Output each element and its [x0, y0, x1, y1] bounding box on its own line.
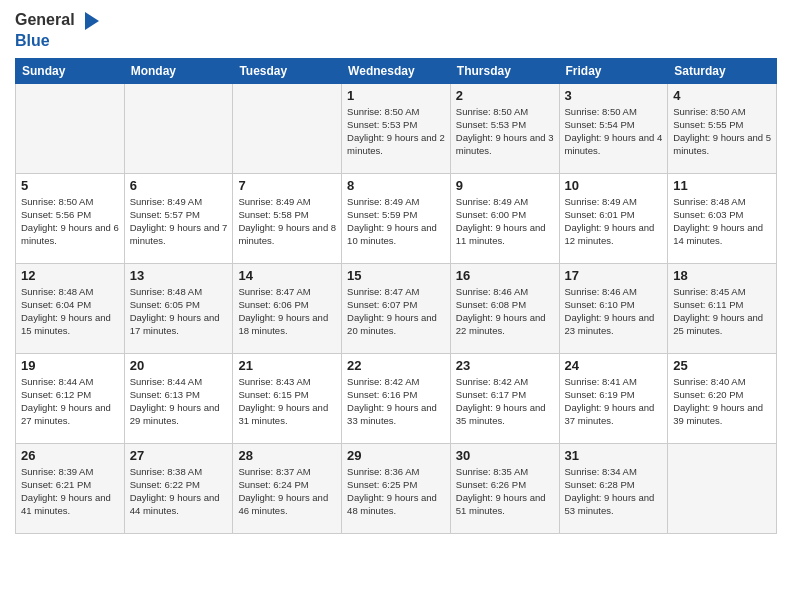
- calendar-cell-2-1: 13Sunrise: 8:48 AMSunset: 6:05 PMDayligh…: [124, 263, 233, 353]
- calendar-cell-0-6: 4Sunrise: 8:50 AMSunset: 5:55 PMDaylight…: [668, 83, 777, 173]
- header-saturday: Saturday: [668, 58, 777, 83]
- day-number-26: 26: [21, 448, 119, 463]
- day-number-28: 28: [238, 448, 336, 463]
- day-number-12: 12: [21, 268, 119, 283]
- calendar-cell-4-4: 30Sunrise: 8:35 AMSunset: 6:26 PMDayligh…: [450, 443, 559, 533]
- day-number-1: 1: [347, 88, 445, 103]
- day-info-22: Sunrise: 8:42 AMSunset: 6:16 PMDaylight:…: [347, 375, 445, 428]
- day-number-25: 25: [673, 358, 771, 373]
- day-number-13: 13: [130, 268, 228, 283]
- calendar-cell-1-3: 8Sunrise: 8:49 AMSunset: 5:59 PMDaylight…: [342, 173, 451, 263]
- day-info-15: Sunrise: 8:47 AMSunset: 6:07 PMDaylight:…: [347, 285, 445, 338]
- calendar: SundayMondayTuesdayWednesdayThursdayFrid…: [15, 58, 777, 534]
- calendar-cell-1-0: 5Sunrise: 8:50 AMSunset: 5:56 PMDaylight…: [16, 173, 125, 263]
- day-info-27: Sunrise: 8:38 AMSunset: 6:22 PMDaylight:…: [130, 465, 228, 518]
- day-number-2: 2: [456, 88, 554, 103]
- day-info-17: Sunrise: 8:46 AMSunset: 6:10 PMDaylight:…: [565, 285, 663, 338]
- calendar-cell-2-6: 18Sunrise: 8:45 AMSunset: 6:11 PMDayligh…: [668, 263, 777, 353]
- day-number-10: 10: [565, 178, 663, 193]
- week-row-1: 1Sunrise: 8:50 AMSunset: 5:53 PMDaylight…: [16, 83, 777, 173]
- day-info-8: Sunrise: 8:49 AMSunset: 5:59 PMDaylight:…: [347, 195, 445, 248]
- day-number-21: 21: [238, 358, 336, 373]
- day-info-9: Sunrise: 8:49 AMSunset: 6:00 PMDaylight:…: [456, 195, 554, 248]
- day-number-3: 3: [565, 88, 663, 103]
- week-row-3: 12Sunrise: 8:48 AMSunset: 6:04 PMDayligh…: [16, 263, 777, 353]
- day-number-9: 9: [456, 178, 554, 193]
- calendar-cell-2-5: 17Sunrise: 8:46 AMSunset: 6:10 PMDayligh…: [559, 263, 668, 353]
- day-info-5: Sunrise: 8:50 AMSunset: 5:56 PMDaylight:…: [21, 195, 119, 248]
- day-info-10: Sunrise: 8:49 AMSunset: 6:01 PMDaylight:…: [565, 195, 663, 248]
- day-info-3: Sunrise: 8:50 AMSunset: 5:54 PMDaylight:…: [565, 105, 663, 158]
- svg-marker-0: [85, 12, 99, 30]
- day-info-18: Sunrise: 8:45 AMSunset: 6:11 PMDaylight:…: [673, 285, 771, 338]
- calendar-cell-3-2: 21Sunrise: 8:43 AMSunset: 6:15 PMDayligh…: [233, 353, 342, 443]
- calendar-cell-3-5: 24Sunrise: 8:41 AMSunset: 6:19 PMDayligh…: [559, 353, 668, 443]
- day-number-8: 8: [347, 178, 445, 193]
- calendar-cell-4-3: 29Sunrise: 8:36 AMSunset: 6:25 PMDayligh…: [342, 443, 451, 533]
- header-thursday: Thursday: [450, 58, 559, 83]
- day-number-29: 29: [347, 448, 445, 463]
- day-number-31: 31: [565, 448, 663, 463]
- calendar-cell-4-6: [668, 443, 777, 533]
- calendar-cell-0-5: 3Sunrise: 8:50 AMSunset: 5:54 PMDaylight…: [559, 83, 668, 173]
- day-number-20: 20: [130, 358, 228, 373]
- day-info-21: Sunrise: 8:43 AMSunset: 6:15 PMDaylight:…: [238, 375, 336, 428]
- page-header: General Blue: [15, 10, 777, 50]
- day-info-1: Sunrise: 8:50 AMSunset: 5:53 PMDaylight:…: [347, 105, 445, 158]
- calendar-cell-0-4: 2Sunrise: 8:50 AMSunset: 5:53 PMDaylight…: [450, 83, 559, 173]
- day-number-19: 19: [21, 358, 119, 373]
- day-info-24: Sunrise: 8:41 AMSunset: 6:19 PMDaylight:…: [565, 375, 663, 428]
- logo-text: General Blue: [15, 10, 105, 50]
- calendar-cell-2-0: 12Sunrise: 8:48 AMSunset: 6:04 PMDayligh…: [16, 263, 125, 353]
- day-number-23: 23: [456, 358, 554, 373]
- calendar-cell-0-1: [124, 83, 233, 173]
- day-info-29: Sunrise: 8:36 AMSunset: 6:25 PMDaylight:…: [347, 465, 445, 518]
- calendar-cell-4-5: 31Sunrise: 8:34 AMSunset: 6:28 PMDayligh…: [559, 443, 668, 533]
- logo: General Blue: [15, 10, 105, 50]
- day-number-16: 16: [456, 268, 554, 283]
- calendar-cell-1-1: 6Sunrise: 8:49 AMSunset: 5:57 PMDaylight…: [124, 173, 233, 263]
- calendar-cell-0-0: [16, 83, 125, 173]
- calendar-cell-3-4: 23Sunrise: 8:42 AMSunset: 6:17 PMDayligh…: [450, 353, 559, 443]
- day-info-7: Sunrise: 8:49 AMSunset: 5:58 PMDaylight:…: [238, 195, 336, 248]
- logo-blue: Blue: [15, 32, 50, 49]
- day-number-6: 6: [130, 178, 228, 193]
- day-number-5: 5: [21, 178, 119, 193]
- day-number-17: 17: [565, 268, 663, 283]
- day-info-30: Sunrise: 8:35 AMSunset: 6:26 PMDaylight:…: [456, 465, 554, 518]
- day-info-25: Sunrise: 8:40 AMSunset: 6:20 PMDaylight:…: [673, 375, 771, 428]
- calendar-cell-0-2: [233, 83, 342, 173]
- calendar-cell-4-1: 27Sunrise: 8:38 AMSunset: 6:22 PMDayligh…: [124, 443, 233, 533]
- day-number-4: 4: [673, 88, 771, 103]
- day-number-30: 30: [456, 448, 554, 463]
- day-info-28: Sunrise: 8:37 AMSunset: 6:24 PMDaylight:…: [238, 465, 336, 518]
- day-info-16: Sunrise: 8:46 AMSunset: 6:08 PMDaylight:…: [456, 285, 554, 338]
- logo-triangle-icon: [81, 10, 103, 32]
- calendar-cell-1-6: 11Sunrise: 8:48 AMSunset: 6:03 PMDayligh…: [668, 173, 777, 263]
- calendar-cell-1-5: 10Sunrise: 8:49 AMSunset: 6:01 PMDayligh…: [559, 173, 668, 263]
- calendar-cell-3-1: 20Sunrise: 8:44 AMSunset: 6:13 PMDayligh…: [124, 353, 233, 443]
- day-info-23: Sunrise: 8:42 AMSunset: 6:17 PMDaylight:…: [456, 375, 554, 428]
- calendar-cell-2-4: 16Sunrise: 8:46 AMSunset: 6:08 PMDayligh…: [450, 263, 559, 353]
- calendar-cell-4-2: 28Sunrise: 8:37 AMSunset: 6:24 PMDayligh…: [233, 443, 342, 533]
- day-number-7: 7: [238, 178, 336, 193]
- day-number-14: 14: [238, 268, 336, 283]
- day-info-31: Sunrise: 8:34 AMSunset: 6:28 PMDaylight:…: [565, 465, 663, 518]
- calendar-cell-1-4: 9Sunrise: 8:49 AMSunset: 6:00 PMDaylight…: [450, 173, 559, 263]
- calendar-cell-3-3: 22Sunrise: 8:42 AMSunset: 6:16 PMDayligh…: [342, 353, 451, 443]
- day-info-13: Sunrise: 8:48 AMSunset: 6:05 PMDaylight:…: [130, 285, 228, 338]
- day-number-15: 15: [347, 268, 445, 283]
- calendar-cell-0-3: 1Sunrise: 8:50 AMSunset: 5:53 PMDaylight…: [342, 83, 451, 173]
- day-info-14: Sunrise: 8:47 AMSunset: 6:06 PMDaylight:…: [238, 285, 336, 338]
- week-row-5: 26Sunrise: 8:39 AMSunset: 6:21 PMDayligh…: [16, 443, 777, 533]
- day-info-20: Sunrise: 8:44 AMSunset: 6:13 PMDaylight:…: [130, 375, 228, 428]
- week-row-4: 19Sunrise: 8:44 AMSunset: 6:12 PMDayligh…: [16, 353, 777, 443]
- day-number-27: 27: [130, 448, 228, 463]
- header-friday: Friday: [559, 58, 668, 83]
- header-wednesday: Wednesday: [342, 58, 451, 83]
- logo-general: General: [15, 11, 75, 28]
- day-info-19: Sunrise: 8:44 AMSunset: 6:12 PMDaylight:…: [21, 375, 119, 428]
- day-info-6: Sunrise: 8:49 AMSunset: 5:57 PMDaylight:…: [130, 195, 228, 248]
- day-info-11: Sunrise: 8:48 AMSunset: 6:03 PMDaylight:…: [673, 195, 771, 248]
- weekday-header-row: SundayMondayTuesdayWednesdayThursdayFrid…: [16, 58, 777, 83]
